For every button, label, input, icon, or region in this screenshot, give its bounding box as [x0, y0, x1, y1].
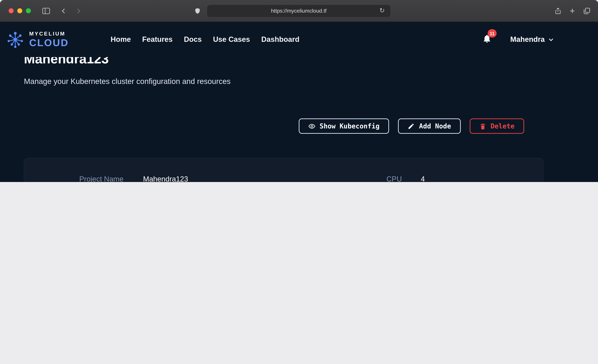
- back-icon[interactable]: [60, 7, 67, 14]
- brand-line1: MYCELIUM: [29, 31, 69, 37]
- detail-value: 4: [421, 174, 441, 182]
- nav-item-features[interactable]: Features: [142, 35, 173, 44]
- page-viewport: MYCELIUM CLOUD Home Features Docs Use Ca…: [0, 22, 598, 182]
- new-tab-icon[interactable]: +: [570, 7, 575, 16]
- detail-label: Project Name: [36, 174, 124, 182]
- address-bar[interactable]: https://myceliumcloud.tf ↻: [207, 5, 390, 17]
- add-node-button[interactable]: Add Node: [398, 118, 461, 134]
- reload-icon[interactable]: ↻: [377, 6, 387, 15]
- screenshot-stage: https://myceliumcloud.tf ↻ +: [0, 0, 598, 182]
- browser-chrome: https://myceliumcloud.tf ↻ +: [0, 0, 598, 22]
- forward-icon[interactable]: [75, 7, 82, 14]
- cluster-details: Project Name Mahendra123 Created 10/29/2…: [36, 174, 531, 182]
- pencil-icon: [408, 123, 415, 130]
- close-window-button[interactable]: [9, 8, 14, 13]
- brand-logo[interactable]: MYCELIUM CLOUD: [6, 30, 69, 49]
- notification-count-badge: 11: [488, 29, 497, 38]
- cluster-detail-page: Mahendra123 Manage your Kubernetes clust…: [0, 51, 598, 182]
- trash-icon: [479, 123, 486, 130]
- detail-value: Mahendra123: [143, 174, 213, 182]
- nav-item-use-cases[interactable]: Use Cases: [213, 35, 250, 44]
- window-controls: [9, 8, 31, 13]
- share-icon[interactable]: [554, 7, 562, 15]
- nav-item-dashboard[interactable]: Dashboard: [261, 35, 299, 44]
- brand-text: MYCELIUM CLOUD: [29, 31, 69, 48]
- nav-links: Home Features Docs Use Cases Dashboard: [110, 35, 299, 44]
- details-right: CPU 4 Storage 60 GB RAM 8 GB: [355, 174, 441, 182]
- detail-label: CPU: [355, 174, 402, 182]
- user-menu[interactable]: Mahendra: [510, 35, 554, 44]
- chrome-right-controls: +: [554, 0, 591, 22]
- details-left: Project Name Mahendra123 Created 10/29/2…: [36, 174, 213, 182]
- brand-line2: CLOUD: [29, 37, 69, 48]
- nav-item-docs[interactable]: Docs: [184, 35, 202, 44]
- sidebar-toggle-icon[interactable]: [42, 8, 50, 14]
- show-kubeconfig-button[interactable]: Show Kubeconfig: [299, 118, 389, 134]
- top-navigation: MYCELIUM CLOUD Home Features Docs Use Ca…: [0, 22, 598, 57]
- mycelium-logo-icon: [6, 30, 25, 49]
- tab-overview-icon[interactable]: [583, 7, 591, 15]
- page-subtitle: Manage your Kubernetes cluster configura…: [24, 77, 543, 86]
- chevron-down-icon: [548, 36, 554, 42]
- cluster-actions: Show Kubeconfig Add Node Delete: [24, 118, 543, 134]
- delete-cluster-button[interactable]: Delete: [470, 118, 524, 134]
- cluster-info-card: Project Name Mahendra123 Created 10/29/2…: [24, 158, 543, 182]
- fullscreen-window-button[interactable]: [26, 8, 31, 13]
- notifications-button[interactable]: 11: [482, 34, 492, 45]
- browser-window: https://myceliumcloud.tf ↻ +: [0, 0, 598, 182]
- minimize-window-button[interactable]: [17, 8, 22, 13]
- url-text: https://myceliumcloud.tf: [271, 8, 326, 14]
- privacy-shield-icon[interactable]: [194, 7, 201, 16]
- eye-icon: [308, 123, 315, 130]
- user-name: Mahendra: [510, 35, 545, 44]
- nav-right: 11 Mahendra: [482, 34, 554, 45]
- nav-item-home[interactable]: Home: [110, 35, 131, 44]
